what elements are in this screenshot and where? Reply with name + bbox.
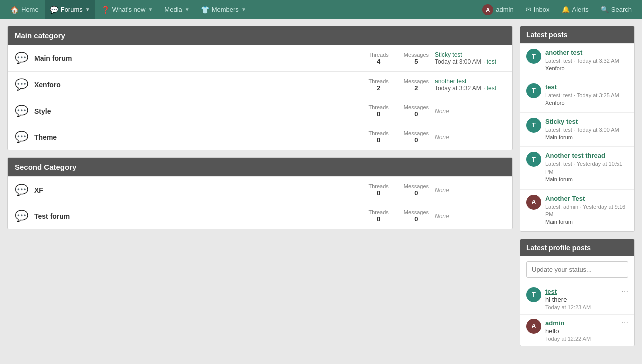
messages-value: 0 [404,189,429,197]
forum-messages-stat: Messages0 [404,183,429,197]
post-info: testLatest: test · Today at 3:25 AMXenfo… [545,83,628,107]
messages-value: 2 [404,84,429,92]
members-arrow: ▼ [241,7,246,12]
navbar: 🏠 Home 💬 Forums ▼ ❓ What's new ▼ Media ▼… [0,0,642,19]
profile-post-user-link[interactable]: test [545,288,557,295]
post-title-link[interactable]: Another Test [545,195,628,202]
forum-latest: None [435,187,505,194]
threads-value: 0 [369,110,389,118]
user-avatar: A [482,4,493,15]
profile-post-text: hi there [545,296,614,303]
threads-label: Threads [369,183,389,189]
forum-name[interactable]: Xenforo [34,81,363,89]
forum-name[interactable]: Test forum [34,212,363,220]
threads-value: 0 [369,136,389,144]
forum-stats: Threads0Messages0 [369,104,429,118]
forum-name[interactable]: Theme [34,133,363,141]
sidebar: Latest postsTanother testLatest: test · … [520,26,635,346]
post-title-link[interactable]: another test [545,49,628,56]
nav-home[interactable]: 🏠 Home [5,0,44,19]
post-meta: Latest: test · Yesterday at 10:51 PMMain… [545,160,628,184]
nav-user[interactable]: A admin [477,0,518,19]
post-meta: Latest: admin · Yesterday at 9:16 PMMain… [545,203,628,226]
latest-post-item: TSticky testLatest: test · Today at 3:00… [520,112,634,147]
profile-status-input[interactable] [526,261,628,278]
latest-user-link[interactable]: test [487,58,496,65]
forum-threads-stat: Threads0 [369,209,389,223]
forum-row: 💬XFThreads0Messages0None [8,176,512,203]
messages-value: 0 [404,110,429,118]
nav-inbox[interactable]: ✉ Inbox [521,0,555,19]
none-text: None [435,213,449,220]
profile-post-avatar: A [526,319,541,334]
messages-label: Messages [404,52,429,58]
none-text: None [435,108,449,115]
nav-alerts[interactable]: 🔔 Alerts [557,0,594,19]
latest-user-link[interactable]: test [487,85,496,92]
whatsnew-arrow: ▼ [148,7,153,12]
forum-stats: Threads0Messages0 [369,130,429,144]
post-avatar: T [526,83,541,98]
latest-posts-header: Latest posts [520,26,634,43]
profile-post-item: Ttesthi thereToday at 12:23 AM··· [520,283,634,314]
forum-name[interactable]: XF [34,186,363,194]
post-avatar: T [526,152,541,167]
nav-search[interactable]: 🔍 Search [596,0,637,19]
forum-latest: another testToday at 3:32 AM · test [435,78,505,92]
forum-stats: Threads2Messages2 [369,78,429,92]
profile-post-text: hello [545,327,614,335]
forum-latest: Sticky testToday at 3:00 AM · test [435,51,505,65]
forum-row: 💬Test forumThreads0Messages0None [8,203,512,229]
forum-icon: 💬 [15,52,28,65]
threads-value: 2 [369,84,389,92]
members-icon: 👕 [201,6,209,14]
forum-name[interactable]: Main forum [34,54,363,62]
forum-row: 💬XenforoThreads2Messages2another testTod… [8,71,512,98]
profile-post-time: Today at 12:23 AM [545,304,614,310]
latest-post-item: TAnother test threadLatest: test · Yeste… [520,146,634,189]
post-meta: Latest: test · Today at 3:25 AMXenforo [545,92,628,107]
forum-messages-stat: Messages0 [404,130,429,144]
profile-post-user-link[interactable]: admin [545,319,564,327]
media-arrow: ▼ [185,7,190,12]
nav-search-label: Search [611,6,632,13]
navbar-right: A admin ✉ Inbox 🔔 Alerts 🔍 Search [477,0,637,19]
forum-icon: 💬 [15,184,28,197]
post-title-link[interactable]: Sticky test [545,118,628,125]
post-title-link[interactable]: test [545,83,628,91]
forum-latest: None [435,108,505,115]
forum-messages-stat: Messages0 [404,209,429,223]
latest-thread-link[interactable]: another test [435,78,466,85]
messages-value: 5 [404,58,429,65]
forum-messages-stat: Messages5 [404,52,429,65]
forum-stats: Threads4Messages5 [369,52,429,65]
messages-label: Messages [404,209,429,215]
threads-label: Threads [369,52,389,58]
post-title-link[interactable]: Another test thread [545,152,628,159]
profile-post-more-button[interactable]: ··· [618,287,628,295]
post-info: another testLatest: test · Today at 3:32… [545,49,628,73]
nav-inbox-label: Inbox [534,6,550,13]
forum-name[interactable]: Style [34,107,363,115]
nav-whatsnew[interactable]: ❓ What's new ▼ [96,0,158,19]
latest-thread-link[interactable]: Sticky test [435,51,462,58]
profile-post-more-button[interactable]: ··· [618,319,628,327]
alerts-icon: 🔔 [562,6,570,13]
nav-media[interactable]: Media ▼ [159,0,194,19]
main-content: Main category💬Main forumThreads4Messages… [7,26,513,346]
nav-forums[interactable]: 💬 Forums ▼ [45,0,95,19]
latest-meta: Today at 3:32 AM · test [435,85,496,92]
threads-label: Threads [369,130,389,136]
messages-label: Messages [404,183,429,189]
forum-messages-stat: Messages0 [404,104,429,118]
nav-members-label: Members [212,6,239,13]
nav-home-label: Home [21,6,39,13]
page-container: Main category💬Main forumThreads4Messages… [0,19,642,353]
forum-icon: 💬 [15,105,28,118]
forum-row: 💬StyleThreads0Messages0None [8,98,512,124]
messages-value: 0 [404,136,429,144]
forum-icon: 💬 [15,210,28,223]
profile-post-item: AadminhelloToday at 12:22 AM··· [520,314,634,346]
threads-value: 0 [369,189,389,197]
nav-members[interactable]: 👕 Members ▼ [196,0,251,19]
